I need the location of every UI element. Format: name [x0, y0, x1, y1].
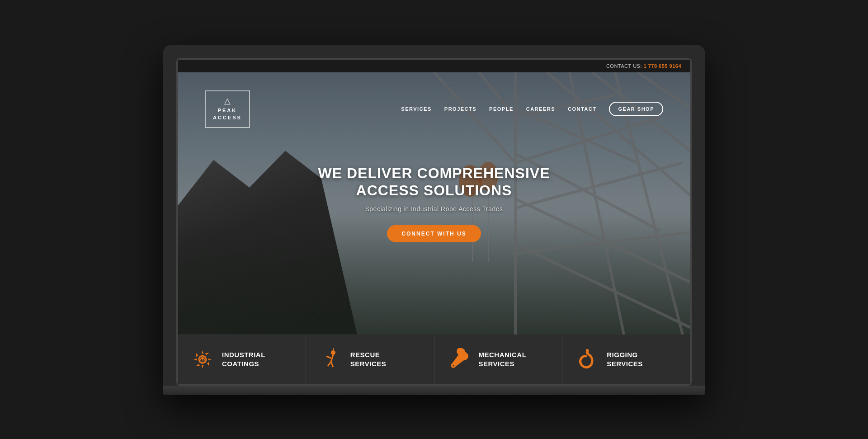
contact-label: CONTACT US: [606, 63, 642, 69]
laptop-screen: CONTACT US: 1 778 655 9164 [176, 58, 692, 386]
nav-gear-shop[interactable]: GEAR SHOP [609, 102, 663, 116]
industrial-coatings-icon: M [191, 348, 214, 371]
rescue-services-label: RESCUE SERVICES [350, 350, 387, 368]
hero-content: WE DELIVER COMPREHENSIVE ACCESS SOLUTION… [298, 164, 570, 242]
svg-text:M: M [201, 358, 204, 363]
rigging-services-icon [576, 348, 599, 371]
service-mechanical-services[interactable]: MECHANICAL SERVICES [434, 335, 563, 384]
mechanical-services-icon [448, 348, 471, 371]
top-bar: CONTACT US: 1 778 655 9164 [178, 60, 690, 72]
logo-icon: △ [213, 97, 242, 105]
logo[interactable]: △ PEAKACCESS [205, 90, 250, 128]
hero-subtitle: Specializing in Industrial Rope Access T… [298, 205, 570, 212]
logo-text: PEAKACCESS [213, 107, 242, 122]
svg-line-25 [326, 356, 331, 358]
nav-contact[interactable]: CONTACT [568, 106, 596, 112]
industrial-coatings-label: INDUSTRIAL COATINGS [222, 350, 265, 368]
services-bar: M INDUSTRIAL COATINGS [178, 335, 690, 384]
hero-cta-button[interactable]: CONNECT WITH US [387, 225, 481, 242]
laptop-frame: CONTACT US: 1 778 655 9164 [163, 45, 705, 395]
header: △ PEAKACCESS SERVICES PROJECTS PEOPLE CA… [178, 90, 690, 128]
main-nav: SERVICES PROJECTS PEOPLE CAREERS CONTACT… [401, 102, 663, 116]
svg-line-26 [328, 362, 331, 366]
rigging-services-label: RIGGING SERVICES [607, 350, 643, 368]
nav-projects[interactable]: PROJECTS [444, 106, 476, 112]
hero-section: △ PEAKACCESS SERVICES PROJECTS PEOPLE CA… [178, 72, 690, 335]
svg-line-24 [331, 355, 333, 362]
service-rescue-services[interactable]: RESCUE SERVICES [306, 335, 434, 384]
nav-people[interactable]: PEOPLE [489, 106, 514, 112]
hero-title: WE DELIVER COMPREHENSIVE ACCESS SOLUTION… [298, 164, 570, 199]
nav-careers[interactable]: CAREERS [526, 106, 555, 112]
service-rigging-services[interactable]: RIGGING SERVICES [562, 335, 690, 384]
svg-point-29 [452, 364, 455, 367]
laptop-base [163, 386, 705, 395]
phone-number[interactable]: 1 778 655 9164 [644, 63, 681, 69]
svg-line-27 [331, 362, 333, 367]
mechanical-services-label: MECHANICAL SERVICES [479, 350, 527, 368]
service-industrial-coatings[interactable]: M INDUSTRIAL COATINGS [178, 335, 306, 384]
rescue-services-icon [320, 348, 342, 371]
nav-services[interactable]: SERVICES [401, 106, 431, 112]
